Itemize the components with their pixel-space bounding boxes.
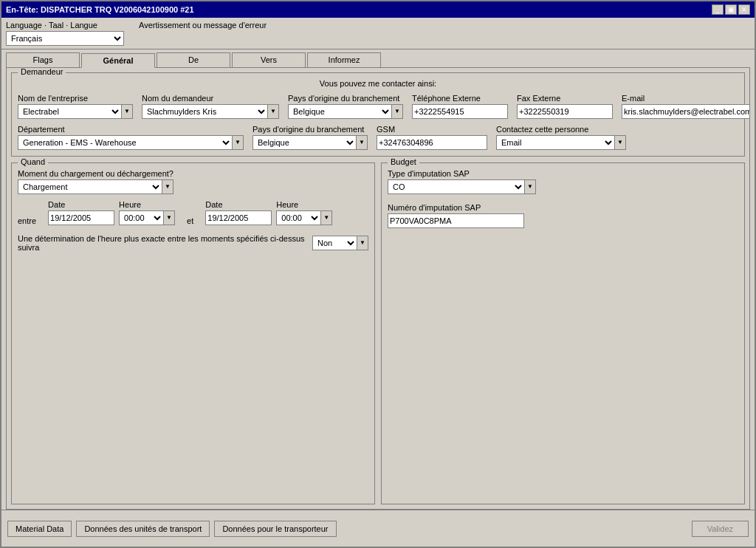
contact-select-wrapper: Email ▼ xyxy=(496,135,626,150)
date2-label: Date xyxy=(205,200,272,209)
tab-general[interactable]: Général xyxy=(81,53,155,68)
time2-dropdown-arrow[interactable]: ▼ xyxy=(320,210,332,225)
sap-num-label: Numéro d'imputation SAP xyxy=(388,203,524,212)
material-data-button[interactable]: Material Data xyxy=(7,521,72,537)
country-dropdown-arrow[interactable]: ▼ xyxy=(391,104,403,119)
between-label: entre xyxy=(18,216,36,225)
determination-text: Une détermination de l'heure plus exacte… xyxy=(18,234,306,252)
bottom-right-buttons: Validez xyxy=(692,521,749,537)
loading-dropdown-arrow[interactable]: ▼ xyxy=(162,179,173,194)
gsm-input[interactable] xyxy=(377,135,487,150)
country-label: Pays d'origine du branchement xyxy=(288,94,403,103)
fax-input[interactable] xyxy=(517,104,613,119)
sap-type-group: Type d'imputation SAP CO ▼ xyxy=(388,169,536,194)
company-dropdown-arrow[interactable]: ▼ xyxy=(121,104,133,119)
country2-label: Pays d'origine du branchement xyxy=(252,125,368,134)
date2-input[interactable] xyxy=(205,210,272,225)
warning-group: Avertissement ou message d'erreur xyxy=(139,21,750,31)
country2-select[interactable]: Belgique xyxy=(252,135,356,150)
sap-num-group: Numéro d'imputation SAP xyxy=(388,203,524,228)
determination-select-wrapper: Non ▼ xyxy=(312,236,368,250)
demandeur-section: Demandeur Vous pouvez me contacter ainsi… xyxy=(11,72,745,157)
demandeur-title: Demandeur xyxy=(18,67,66,76)
loading-select-wrapper: Chargement ▼ xyxy=(18,179,173,194)
tab-flags[interactable]: Flags xyxy=(6,52,80,67)
company-select-wrapper: Electrabel ▼ xyxy=(18,104,133,119)
loading-row: Moment du chargement ou déchargement? Ch… xyxy=(18,169,368,194)
company-select[interactable]: Electrabel xyxy=(18,104,121,119)
requester-select[interactable]: Slachmuylders Kris xyxy=(142,104,267,119)
tab-de[interactable]: De xyxy=(157,52,230,67)
sap-num-row: Numéro d'imputation SAP xyxy=(388,203,738,228)
tab-informez[interactable]: Informez xyxy=(307,52,381,67)
datetime1-inputs: 00:00 ▼ xyxy=(48,210,175,225)
minimize-button[interactable]: _ xyxy=(712,4,724,15)
country-group: Pays d'origine du branchement Belgique ▼ xyxy=(288,94,403,119)
contact-dropdown-arrow[interactable]: ▼ xyxy=(614,135,626,150)
requester-label: Nom du demandeur xyxy=(142,94,279,103)
time2-label: Heure xyxy=(276,200,298,209)
et-label: et xyxy=(187,216,193,225)
time1-select-wrapper: 00:00 ▼ xyxy=(119,210,175,225)
close-button[interactable]: ✕ xyxy=(738,4,750,15)
dept-select[interactable]: Generation - EMS - Warehouse xyxy=(18,135,232,150)
phone-label: Téléphone Externe xyxy=(412,94,508,103)
language-select[interactable]: Français xyxy=(6,31,124,46)
tab-vers[interactable]: Vers xyxy=(232,52,306,67)
sap-type-dropdown-arrow[interactable]: ▼ xyxy=(524,179,536,194)
country2-dropdown-arrow[interactable]: ▼ xyxy=(356,135,368,150)
transport-units-button[interactable]: Données des unités de transport xyxy=(76,521,210,537)
date1-input[interactable] xyxy=(48,210,114,225)
language-label: Language · Taal · Langue xyxy=(6,21,124,30)
bottom-bar: Material Data Données des unités de tran… xyxy=(1,510,755,547)
country2-select-wrapper: Belgique ▼ xyxy=(252,135,368,150)
contact-select[interactable]: Email xyxy=(496,135,614,150)
datetime2-labels: Date Heure xyxy=(205,200,332,209)
fax-label: Fax Externe xyxy=(517,94,613,103)
window-title: En-Tête: DISPATCHER TRQ V2006042100900 #… xyxy=(6,5,194,14)
title-bar: En-Tête: DISPATCHER TRQ V2006042100900 #… xyxy=(1,1,755,18)
loading-group: Moment du chargement ou déchargement? Ch… xyxy=(18,169,173,194)
time1-dropdown-arrow[interactable]: ▼ xyxy=(163,210,175,225)
company-group: Nom de l'entreprise Electrabel ▼ xyxy=(18,94,133,119)
determination-dropdown-arrow[interactable]: ▼ xyxy=(357,236,368,250)
validez-button[interactable]: Validez xyxy=(692,521,749,537)
dept-select-wrapper: Generation - EMS - Warehouse ▼ xyxy=(18,135,244,150)
main-window: En-Tête: DISPATCHER TRQ V2006042100900 #… xyxy=(0,0,756,548)
restore-button[interactable]: ▣ xyxy=(725,4,737,15)
time1-select[interactable]: 00:00 xyxy=(119,210,163,225)
company-label: Nom de l'entreprise xyxy=(18,94,133,103)
tabs-container: Flags Général De Vers Informez xyxy=(1,49,755,67)
requester-select-wrapper: Slachmuylders Kris ▼ xyxy=(142,104,279,119)
determination-select[interactable]: Non xyxy=(312,236,357,250)
time2-select-wrapper: 00:00 ▼ xyxy=(276,210,332,225)
determination-row: Une détermination de l'heure plus exacte… xyxy=(18,234,368,252)
time1-label: Heure xyxy=(119,200,141,209)
phone-input[interactable] xyxy=(412,104,508,119)
sap-type-label: Type d'imputation SAP xyxy=(388,169,536,178)
sap-type-select-wrapper: CO ▼ xyxy=(388,179,536,194)
date1-label: Date xyxy=(48,200,114,209)
dept-dropdown-arrow[interactable]: ▼ xyxy=(232,135,244,150)
sap-type-select[interactable]: CO xyxy=(388,179,524,194)
loading-label: Moment du chargement ou déchargement? xyxy=(18,169,173,178)
datetime1-labels: Date Heure xyxy=(48,200,175,209)
datetime2-inputs: 00:00 ▼ xyxy=(205,210,332,225)
dept-label: Département xyxy=(18,125,244,134)
loading-select[interactable]: Chargement xyxy=(18,179,162,194)
quand-section: Quand Moment du chargement ou déchargeme… xyxy=(11,162,375,504)
email-label: E-mail xyxy=(622,94,750,103)
contact-note: Vous pouvez me contacter ainsi: xyxy=(18,79,738,88)
datetime-row: entre Date Heure 00:00 xyxy=(18,200,368,225)
budget-title: Budget xyxy=(388,157,419,166)
time2-select[interactable]: 00:00 xyxy=(276,210,320,225)
sap-num-input[interactable] xyxy=(388,213,524,228)
tabs-wrapper: Flags Général De Vers Informez Demandeur… xyxy=(1,49,755,510)
requester-dropdown-arrow[interactable]: ▼ xyxy=(267,104,279,119)
country-select[interactable]: Belgique xyxy=(288,104,391,119)
sap-type-row: Type d'imputation SAP CO ▼ xyxy=(388,169,738,194)
transporter-data-button[interactable]: Données pour le transporteur xyxy=(214,521,336,537)
contact-person-label: Contactez cette personne xyxy=(496,125,626,134)
warning-label: Avertissement ou message d'erreur xyxy=(139,21,750,30)
email-input[interactable] xyxy=(622,104,750,119)
